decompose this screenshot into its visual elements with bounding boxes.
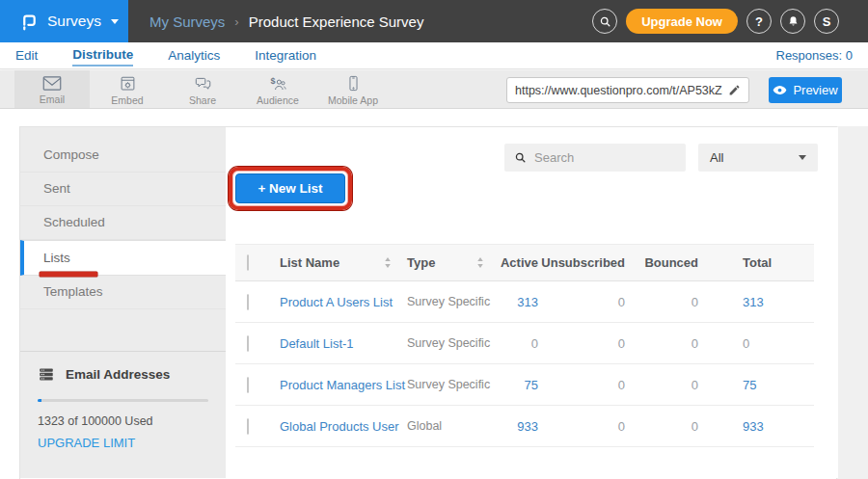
list-name-link[interactable]: Default List-1 (280, 336, 407, 351)
unsubscribed-count: 0 (538, 295, 635, 309)
survey-nav: Edit Distribute Analytics Integration Re… (0, 42, 868, 69)
embed-icon (119, 75, 137, 93)
unsubscribed-count: 0 (538, 336, 635, 351)
sidebar-item-lists[interactable]: Lists (20, 240, 226, 276)
distribute-toolbar: Email Embed Share $ Audience Mobile App … (0, 70, 868, 109)
email-sidebar: Compose Sent Scheduled Lists Templates E… (20, 127, 226, 478)
preview-button[interactable]: Preview (769, 77, 842, 103)
search-button[interactable] (592, 9, 617, 34)
active-count[interactable]: 933 (500, 419, 538, 434)
tab-edit[interactable]: Edit (15, 45, 38, 66)
total-count[interactable]: 75 (712, 378, 814, 392)
row-checkbox[interactable] (247, 418, 249, 435)
col-header-type[interactable]: Type (407, 255, 435, 270)
active-count[interactable]: 0 (500, 336, 538, 351)
email-usage-progress (38, 399, 208, 402)
total-count[interactable]: 0 (712, 336, 814, 351)
channel-audience[interactable]: $ Audience (240, 70, 315, 108)
bounced-count: 0 (635, 336, 712, 351)
email-lists-table: List Name Type Active Unsubscribed Bounc… (235, 244, 814, 447)
sidebar-item-templates[interactable]: Templates (20, 276, 226, 309)
page-title: Product Experience Survey (249, 13, 424, 30)
chevron-down-icon (799, 155, 806, 160)
active-count[interactable]: 313 (500, 295, 538, 309)
list-search-box[interactable] (504, 144, 686, 172)
select-all-checkbox[interactable] (247, 254, 249, 271)
row-checkbox[interactable] (247, 377, 249, 393)
channel-embed[interactable]: Embed (90, 70, 165, 108)
sort-icon[interactable] (384, 257, 392, 268)
share-icon (194, 75, 212, 93)
notifications-button[interactable] (780, 9, 805, 34)
total-count[interactable]: 933 (712, 419, 814, 434)
red-annotation-ring: + New List (229, 167, 352, 210)
list-type: Global (407, 419, 500, 433)
tab-distribute[interactable]: Distribute (72, 44, 133, 67)
col-header-active: Active (500, 255, 538, 270)
email-addresses-title: Email Addresses (66, 367, 170, 382)
help-button[interactable]: ? (746, 9, 772, 34)
new-list-button[interactable]: + New List (235, 173, 345, 203)
top-bar: Surveys My Surveys › Product Experience … (0, 0, 868, 42)
bell-icon (787, 15, 800, 28)
search-input[interactable] (534, 150, 676, 165)
upgrade-limit-link[interactable]: UPGRADE LIMIT (38, 436, 135, 450)
email-usage-progress-fill (38, 399, 41, 402)
channel-label: Audience (257, 94, 299, 106)
row-checkbox[interactable] (247, 294, 249, 310)
survey-url-text: https://www.questionpro.com/t/AP53kZgfo (515, 84, 722, 97)
table-row: Global Products User Global 933 0 0 933 (235, 406, 814, 447)
channel-mobile-app[interactable]: Mobile App (315, 70, 391, 108)
table-row: Product Managers List Survey Specific 75… (235, 364, 814, 406)
email-lists-panel: Compose Sent Scheduled Lists Templates E… (19, 126, 837, 479)
bounced-count: 0 (635, 295, 712, 309)
total-count[interactable]: 313 (712, 295, 814, 309)
responses-count[interactable]: Responses: 0 (776, 48, 854, 63)
bounced-count: 0 (635, 419, 712, 434)
sidebar-item-scheduled[interactable]: Scheduled (20, 206, 226, 240)
email-usage-text: 1323 of 100000 Used (38, 414, 208, 428)
list-name-link[interactable]: Product Managers List (280, 378, 407, 392)
channel-label: Mobile App (328, 94, 378, 106)
unsubscribed-count: 0 (538, 378, 635, 392)
sort-icon[interactable] (476, 257, 484, 268)
sidebar-item-compose[interactable]: Compose (20, 139, 226, 173)
edit-url-icon[interactable] (728, 84, 741, 96)
svg-text:$: $ (271, 75, 276, 85)
row-checkbox[interactable] (247, 335, 249, 352)
lists-main-panel: All + New List List Name Type Active Uns… (226, 127, 838, 478)
breadcrumb-my-surveys-link[interactable]: My Surveys (149, 13, 225, 30)
avatar[interactable]: S (814, 9, 839, 34)
col-header-list-name[interactable]: List Name (280, 255, 339, 270)
channel-email[interactable]: Email (14, 70, 90, 108)
list-name-link[interactable]: Global Products User (280, 419, 407, 434)
list-filter-dropdown[interactable]: All (698, 144, 818, 172)
list-name-link[interactable]: Product A Users List (280, 295, 407, 309)
table-header-row: List Name Type Active Unsubscribed Bounc… (235, 244, 814, 281)
sidebar-item-sent[interactable]: Sent (20, 173, 226, 206)
address-list-icon (38, 366, 55, 383)
tab-integration[interactable]: Integration (255, 45, 316, 66)
active-count[interactable]: 75 (500, 378, 538, 392)
breadcrumb: My Surveys › Product Experience Survey (149, 13, 423, 30)
col-header-bounced: Bounced (635, 255, 712, 270)
channel-share[interactable]: Share (165, 70, 240, 108)
surveys-menu[interactable]: Surveys (0, 0, 128, 42)
upgrade-now-button[interactable]: Upgrade Now (626, 9, 738, 34)
channel-label: Embed (111, 94, 143, 106)
col-header-total: Total (712, 255, 814, 270)
search-icon (514, 151, 527, 164)
list-type: Survey Specific (407, 378, 500, 391)
audience-icon: $ (268, 75, 287, 93)
channel-label: Share (189, 94, 216, 106)
bounced-count: 0 (635, 378, 712, 392)
breadcrumb-separator: › (234, 14, 238, 29)
email-icon (42, 75, 62, 92)
page-background-gutter (837, 126, 868, 479)
unsubscribed-count: 0 (538, 419, 635, 434)
tab-analytics[interactable]: Analytics (168, 45, 220, 66)
survey-url-field[interactable]: https://www.questionpro.com/t/AP53kZgfo (506, 77, 749, 103)
chevron-down-icon (111, 19, 119, 24)
questionpro-logo-icon (17, 11, 40, 33)
table-row: Product A Users List Survey Specific 313… (235, 281, 814, 323)
